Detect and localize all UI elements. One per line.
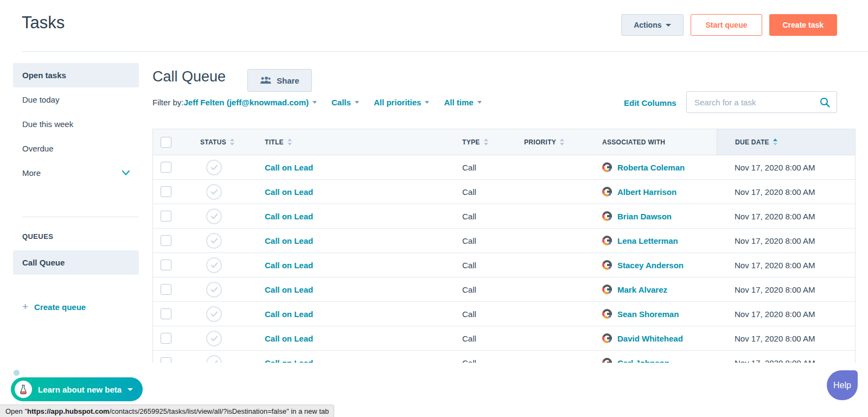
task-title-link[interactable]: Call on Lead	[265, 358, 313, 363]
task-type: Call	[462, 261, 476, 270]
task-table: STATUS TITLE TYPE PRIORITY ASSOCIATED WI…	[152, 129, 856, 363]
start-queue-button[interactable]: Start queue	[691, 14, 762, 36]
sidebar-item-due-this-week[interactable]: Due this week	[13, 112, 139, 136]
search-input[interactable]	[694, 98, 820, 107]
complete-task-icon[interactable]	[206, 257, 222, 273]
row-checkbox[interactable]	[161, 260, 171, 270]
associated-contact-link[interactable]: Stacey Anderson	[617, 261, 684, 270]
associated-contact-link[interactable]: Lena Letterman	[617, 236, 678, 245]
browser-status-bar: Open "https://app.hubspot.com/contacts/2…	[0, 405, 334, 417]
complete-task-icon[interactable]	[206, 306, 222, 322]
sidebar-item-call-queue[interactable]: Call Queue	[13, 250, 139, 275]
due-date: Nov 17, 2020 8:00 AM	[735, 163, 815, 172]
sort-icon-active[interactable]	[773, 138, 777, 146]
google-contact-icon	[602, 333, 612, 343]
task-type: Call	[462, 285, 476, 294]
associated-contact-link[interactable]: David Whitehead	[617, 334, 683, 343]
search-icon[interactable]	[820, 97, 830, 108]
header-cell-type[interactable]: TYPE	[456, 129, 516, 155]
sort-icon[interactable]	[560, 138, 564, 146]
sidebar-item-due-today[interactable]: Due today	[13, 87, 139, 112]
google-contact-icon	[602, 358, 612, 363]
table-row: Call on Lead Call Stacey Anderson Nov 17…	[153, 253, 855, 277]
header-cell-priority[interactable]: PRIORITY	[516, 129, 592, 155]
share-button[interactable]: Share	[247, 69, 312, 92]
task-title-link[interactable]: Call on Lead	[265, 236, 313, 245]
row-checkbox[interactable]	[161, 357, 171, 363]
header-cell-associated-with[interactable]: ASSOCIATED WITH	[592, 129, 717, 155]
sort-icon[interactable]	[230, 138, 234, 146]
sidebar-item-more[interactable]: More	[13, 161, 139, 185]
row-checkbox[interactable]	[161, 162, 171, 173]
sidebar-divider	[22, 217, 139, 217]
select-all-checkbox[interactable]	[161, 137, 171, 148]
header-divider	[22, 51, 868, 52]
complete-task-icon[interactable]	[206, 233, 222, 249]
chevron-down-icon	[477, 101, 482, 104]
sort-icon[interactable]	[484, 138, 488, 146]
time-filter-dropdown[interactable]: All time	[444, 98, 481, 107]
start-queue-label: Start queue	[705, 21, 747, 29]
row-checkbox[interactable]	[161, 308, 171, 319]
queue-title: Call Queue	[152, 68, 226, 85]
associated-contact-link[interactable]: Sean Shoreman	[617, 309, 679, 319]
complete-task-icon[interactable]	[206, 160, 222, 175]
task-type: Call	[462, 212, 476, 221]
header-cell-title[interactable]: TITLE	[256, 129, 456, 155]
google-contact-icon	[602, 309, 612, 319]
complete-task-icon[interactable]	[206, 184, 222, 200]
table-row: Call on Lead Call Mark Alvarez Nov 17, 2…	[153, 277, 855, 302]
sidebar-item-label: Open tasks	[22, 71, 66, 80]
beta-button-label: Learn about new beta	[38, 385, 122, 394]
create-queue-button[interactable]: + Create queue	[22, 301, 139, 313]
sidebar-item-open-tasks[interactable]: Open tasks	[13, 63, 139, 87]
filter-by-label: Filter by:	[152, 98, 184, 107]
task-title-link[interactable]: Call on Lead	[265, 309, 313, 319]
chevron-down-icon	[425, 101, 429, 104]
task-title-link[interactable]: Call on Lead	[265, 187, 313, 197]
priority-filter-value: All priorities	[374, 98, 422, 107]
create-task-button[interactable]: Create task	[769, 14, 838, 36]
edit-columns-link[interactable]: Edit Columns	[624, 98, 676, 108]
due-date: Nov 17, 2020 8:00 AM	[735, 236, 815, 245]
task-title-link[interactable]: Call on Lead	[265, 261, 313, 270]
due-date: Nov 17, 2020 8:00 AM	[735, 212, 815, 221]
complete-task-icon[interactable]	[206, 282, 222, 298]
complete-task-icon[interactable]	[206, 208, 222, 224]
task-type: Call	[462, 334, 476, 343]
task-title-link[interactable]: Call on Lead	[265, 285, 313, 294]
type-filter-dropdown[interactable]: Calls	[331, 98, 359, 107]
task-type: Call	[462, 163, 476, 172]
header-cell-due-date[interactable]: DUE DATE	[717, 129, 855, 155]
associated-contact-link[interactable]: Mark Alvarez	[617, 285, 667, 294]
row-checkbox[interactable]	[161, 211, 171, 222]
help-button[interactable]: Help	[827, 370, 858, 400]
due-date: Nov 17, 2020 8:00 AM	[735, 309, 815, 319]
complete-task-icon[interactable]	[206, 331, 222, 346]
row-checkbox[interactable]	[161, 235, 171, 246]
task-type: Call	[462, 187, 476, 197]
associated-contact-link[interactable]: Roberta Coleman	[617, 163, 685, 172]
priority-filter-dropdown[interactable]: All priorities	[374, 98, 430, 107]
associated-contact-link[interactable]: Albert Harrison	[617, 187, 676, 197]
table-row: Call on Lead Call Carl Johnson Nov 17, 2…	[153, 351, 855, 363]
header-cell-status[interactable]: STATUS	[193, 129, 256, 155]
sidebar-item-overdue[interactable]: Overdue	[13, 136, 139, 161]
sort-icon[interactable]	[288, 138, 292, 146]
actions-button[interactable]: Actions	[621, 14, 684, 36]
table-row: Call on Lead Call Brian Dawson Nov 17, 2…	[153, 204, 855, 229]
task-title-link[interactable]: Call on Lead	[265, 334, 313, 343]
row-checkbox[interactable]	[161, 333, 171, 344]
complete-task-icon[interactable]	[206, 355, 222, 363]
task-title-link[interactable]: Call on Lead	[265, 212, 313, 221]
associated-contact-link[interactable]: Brian Dawson	[617, 212, 672, 221]
task-title-link[interactable]: Call on Lead	[265, 163, 313, 172]
associated-contact-link[interactable]: Carl Johnson	[617, 358, 669, 363]
row-checkbox[interactable]	[161, 186, 171, 197]
page-title: Tasks	[22, 13, 65, 33]
learn-about-beta-button[interactable]: Learn about new beta	[11, 377, 143, 401]
row-checkbox[interactable]	[161, 284, 171, 295]
owner-filter-dropdown[interactable]: Jeff Felten (jeff@knowmad.com)	[184, 98, 317, 107]
due-date: Nov 17, 2020 8:00 AM	[735, 334, 815, 343]
task-search-box	[686, 91, 837, 113]
